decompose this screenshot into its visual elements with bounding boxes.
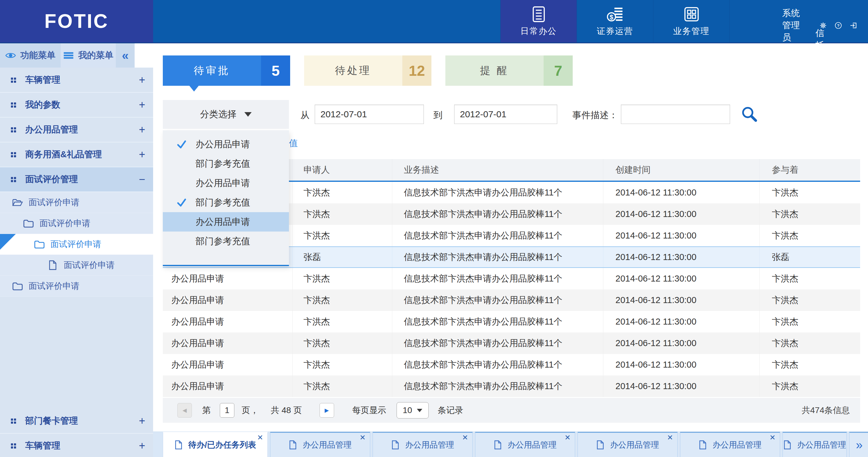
sidebar-item[interactable]: 商务用酒&礼品管理+ — [0, 142, 153, 167]
document-icon — [289, 440, 297, 450]
table-cell: 2014-06-12 11:30:00 — [603, 225, 760, 247]
bottom-tab-label: 办公用品管理 — [712, 439, 762, 450]
header-nav-item[interactable]: 证券运营 — [577, 0, 653, 42]
table-cell: 2014-06-12 11:30:00 — [603, 247, 760, 267]
expand-toggle-icon[interactable]: + — [139, 74, 145, 86]
close-icon[interactable]: ✕ — [257, 433, 263, 442]
sidebar-item[interactable]: 部门餐卡管理+ — [0, 409, 153, 434]
sidebar-collapse-button[interactable]: « — [116, 43, 134, 68]
table-row[interactable]: 办公用品申请卞洪杰信息技术部卞洪杰申请办公用品胶棒11个2014-06-12 1… — [163, 268, 860, 289]
sidebar-subitem[interactable]: 面试评价申请 — [0, 255, 153, 276]
table-cell: 卞洪杰 — [292, 376, 392, 397]
bottom-tab[interactable]: 办公用品管理✕ — [680, 432, 780, 457]
dropdown-item[interactable]: 部门参考充值 — [163, 193, 289, 212]
table-row[interactable]: 办公用品申请卞洪杰信息技术部卞洪杰申请办公用品胶棒11个2014-06-12 1… — [163, 354, 860, 376]
sidebar-item[interactable]: 办公用品管理+ — [0, 118, 153, 142]
sidebar-item[interactable]: 我的参数+ — [0, 93, 153, 118]
dropdown-item[interactable]: 办公用品申请 — [163, 135, 289, 154]
header-nav-item[interactable]: 业务管理 — [653, 0, 730, 42]
business-icon — [683, 5, 700, 23]
folder-open-icon — [12, 197, 23, 207]
search-icon — [741, 105, 757, 123]
dropdown-item[interactable]: 部门参考充值 — [163, 231, 289, 251]
date-from-input[interactable] — [315, 104, 424, 124]
table-row[interactable]: 办公用品申请卞洪杰信息技术部卞洪杰申请办公用品胶棒11个2014-06-12 1… — [163, 311, 860, 332]
dropdown-item[interactable]: 办公用品申请 — [163, 212, 289, 231]
sidebar-subitem[interactable]: 面试评价申请 — [0, 276, 153, 297]
sidebar-subitem-label: 面试评价申请 — [50, 238, 101, 250]
sidebar-subitem[interactable]: 面试评价申请 — [0, 213, 153, 234]
close-icon[interactable]: ✕ — [462, 433, 468, 442]
tab-my-menu[interactable]: 我的菜单 — [61, 43, 116, 68]
tab-overflow-button[interactable]: » — [849, 432, 868, 457]
chevron-down-icon — [417, 409, 422, 412]
grid-dots-icon — [11, 127, 16, 132]
close-icon[interactable]: ✕ — [360, 433, 366, 442]
table-row[interactable]: 办公用品申请卞洪杰信息技术部卞洪杰申请办公用品胶棒11个2014-06-12 1… — [163, 332, 860, 354]
document-icon — [174, 440, 183, 450]
sidebar-subitem[interactable]: 面试评价申请 — [0, 192, 153, 213]
bottom-tab[interactable]: 办公用品管理✕ — [373, 432, 473, 457]
table-cell: 2014-06-12 11:30:00 — [603, 182, 760, 203]
grid-dots-icon — [11, 77, 16, 83]
check-icon — [176, 139, 187, 150]
page-number-input[interactable]: 1 — [220, 403, 235, 418]
expand-toggle-icon[interactable]: + — [139, 98, 145, 111]
sidebar-subitem[interactable]: 面试评价申请 — [0, 234, 153, 255]
date-to-input[interactable] — [454, 104, 557, 124]
bottom-tab-label: 办公用品管理 — [507, 439, 557, 450]
summary-card-label: 待处理 — [304, 56, 402, 86]
close-icon[interactable]: ✕ — [770, 433, 776, 442]
dropdown-item[interactable]: 办公用品申请 — [163, 173, 289, 193]
table-cell: 卞洪杰 — [760, 225, 860, 247]
sidebar-item[interactable]: 车辆管理+ — [0, 434, 153, 457]
bottom-tab[interactable]: 待办/已办任务列表✕ — [163, 432, 268, 457]
next-page-button[interactable]: ▶ — [319, 403, 334, 418]
category-select-button[interactable]: 分类选择 — [163, 100, 289, 129]
expand-toggle-icon[interactable]: − — [139, 173, 145, 186]
table-cell: 信息技术部卞洪杰申请办公用品胶棒11个 — [392, 311, 603, 332]
table-cell: 卞洪杰 — [292, 203, 392, 225]
summary-card-green[interactable]: 提 醒7 — [445, 56, 573, 86]
expand-toggle-icon[interactable]: + — [139, 123, 145, 136]
folder-icon — [12, 281, 23, 291]
header-nav-item[interactable]: 日常办公 — [500, 0, 577, 42]
bottom-tab[interactable]: 办公用品管理✕ — [475, 432, 575, 457]
expand-toggle-icon[interactable]: + — [139, 148, 145, 161]
folder-icon — [34, 239, 45, 250]
dropdown-item-label: 部门参考充值 — [195, 196, 250, 209]
table-row[interactable]: 办公用品申请卞洪杰信息技术部卞洪杰申请办公用品胶棒11个2014-06-12 1… — [163, 289, 860, 311]
expand-toggle-icon[interactable]: + — [139, 439, 145, 452]
dropdown-item-label: 办公用品申请 — [195, 216, 250, 228]
app-header: FOTIC 日常办公证券运营业务管理 系统管理员 信托财产 2014-06-17 — [0, 0, 868, 43]
close-icon[interactable]: ✕ — [667, 433, 673, 442]
table-cell: 卞洪杰 — [292, 182, 392, 203]
summary-card-label: 提 醒 — [445, 56, 544, 86]
per-page-select[interactable]: 10 — [397, 402, 429, 419]
summary-card-blue[interactable]: 待审批5 — [163, 56, 290, 86]
sidebar-item[interactable]: 面试评价管理− — [0, 167, 153, 192]
close-icon[interactable]: ✕ — [564, 433, 570, 442]
table-cell: 卞洪杰 — [760, 289, 860, 311]
table-cell: 卞洪杰 — [292, 225, 392, 247]
sidebar-item[interactable]: 车辆管理+ — [0, 68, 153, 93]
table-cell: 2014-06-12 11:30:00 — [603, 289, 760, 311]
active-wedge-marker — [0, 234, 16, 250]
tab-function-menu[interactable]: 功能菜单 — [0, 43, 61, 68]
search-button[interactable] — [741, 105, 757, 123]
prev-page-button[interactable]: ◀ — [177, 403, 192, 418]
bottom-tab[interactable]: 办公用品管理✕ — [578, 432, 678, 457]
table-row[interactable]: 办公用品申请卞洪杰信息技术部卞洪杰申请办公用品胶棒11个2014-06-12 1… — [163, 376, 860, 397]
bottom-tab[interactable]: 办公用品管理✕ — [270, 432, 370, 457]
table-cell: 卞洪杰 — [292, 354, 392, 376]
dropdown-item[interactable]: 部门参考充值 — [163, 154, 289, 173]
summary-card-count: 7 — [544, 56, 573, 86]
document-icon — [391, 440, 400, 450]
bottom-tab[interactable]: 办公用品管理 — [782, 432, 847, 457]
table-cell: 办公用品申请 — [163, 376, 292, 397]
summary-card-cream[interactable]: 待处理12 — [304, 56, 431, 86]
expand-toggle-icon[interactable]: + — [139, 415, 145, 427]
from-label: 从 — [301, 109, 310, 122]
event-desc-input[interactable] — [621, 104, 730, 124]
bottom-tab-label: 办公用品管理 — [797, 439, 846, 450]
